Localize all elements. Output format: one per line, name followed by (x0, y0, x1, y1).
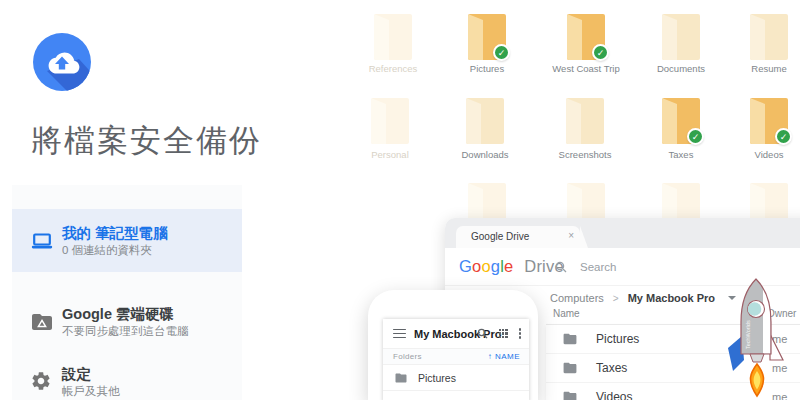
sidebar-item-my-laptop[interactable]: 我的 筆記型電腦 0 個連結的資料夾 (12, 209, 242, 272)
phone-app-bar: My Macbook Pro (383, 319, 529, 348)
search-icon (477, 328, 488, 339)
column-header-name: Name (553, 308, 580, 319)
folder-label: Personal (335, 149, 445, 160)
page-title: 將檔案安全備份 (31, 120, 262, 162)
file-name: Videos (596, 390, 632, 400)
file-name: Pictures (418, 372, 456, 384)
folder-icon (563, 333, 577, 345)
folder-resume (750, 14, 788, 60)
folder-personal (371, 98, 409, 144)
folder-label: Downloads (430, 149, 540, 160)
phone-file-row-pictures: Pictures (383, 365, 529, 391)
search-placeholder: Search (580, 261, 616, 273)
check-icon: ✓ (775, 128, 792, 145)
browser-tab-bar: Google Drive × (445, 218, 800, 248)
breadcrumb-current: My Macbook Pro (628, 292, 715, 304)
logo-letter: g (491, 257, 500, 275)
phone-mockup: My Macbook Pro Folders ↑ NAME Pictures (368, 290, 538, 400)
folder-screenshots (566, 98, 604, 144)
breadcrumb: Computers > My Macbook Pro (550, 286, 736, 310)
sidebar-item-subtitle: 帳戶及其他 (62, 384, 120, 399)
sidebar-item-title: 我的 筆記型電腦 (62, 224, 168, 243)
rocket-illustration: TechWorlds (726, 276, 788, 400)
folder-west-coast-trip: ✓ (567, 14, 605, 60)
folder-references (374, 14, 412, 60)
sidebar-item-title: Google 雲端硬碟 (62, 305, 189, 324)
folder-label: Pictures (432, 63, 542, 74)
sidebar-item-title: 設定 (62, 365, 120, 384)
google-drive-logo: Google Drive (459, 257, 564, 276)
gear-icon (30, 370, 54, 394)
check-icon: ✓ (687, 128, 704, 145)
laptop-icon (30, 229, 54, 253)
check-icon: ✓ (592, 44, 609, 61)
section-label: Folders (393, 352, 422, 361)
folder-videos: ✓ (750, 98, 788, 144)
tab-title: Google Drive (471, 231, 529, 242)
rocket-watermark: TechWorlds (745, 320, 751, 349)
folder-icon (563, 362, 577, 374)
sort-arrow-icon: ↑ (488, 352, 493, 361)
sidebar: 我的 筆記型電腦 0 個連結的資料夾 Google 雲端硬碟 不要同步處理到這台… (12, 185, 242, 400)
sort-label: NAME (495, 352, 520, 361)
check-icon: ✓ (493, 44, 510, 61)
close-icon: × (568, 230, 574, 241)
folder-downloads (466, 98, 504, 144)
drive-search-bar: Search (555, 256, 616, 278)
grid-view-icon (499, 329, 508, 338)
drive-folder-icon (30, 310, 54, 334)
logo-letter: o (481, 257, 490, 275)
overflow-menu-icon (519, 327, 521, 341)
breadcrumb-separator: > (613, 293, 619, 304)
folder-taxes: ✓ (662, 98, 700, 144)
folder-icon (395, 373, 407, 383)
folder-documents (662, 14, 700, 60)
sidebar-item-settings[interactable]: 設定 帳戶及其他 (12, 350, 242, 400)
backup-and-sync-window: 將檔案安全備份 我的 筆記型電腦 0 個連結的資料夾 (0, 0, 800, 400)
logo-letter: G (459, 257, 472, 275)
folder-pictures: ✓ (468, 14, 506, 60)
folder-icon (563, 391, 577, 400)
phone-list-subheader: Folders ↑ NAME (383, 348, 529, 365)
sidebar-item-google-drive[interactable]: Google 雲端硬碟 不要同步處理到這台電腦 (12, 290, 242, 353)
folder-label: West Coast Trip (531, 63, 641, 74)
search-icon (555, 261, 567, 273)
sidebar-item-subtitle: 不要同步處理到這台電腦 (62, 324, 189, 339)
sort-by-name: ↑ NAME (488, 352, 520, 361)
browser-tab-google-drive: Google Drive × (456, 226, 580, 248)
file-name: Taxes (596, 361, 627, 375)
sidebar-item-subtitle: 0 個連結的資料夾 (62, 243, 168, 258)
file-name: Pictures (596, 332, 639, 346)
logo-letter: e (504, 257, 513, 275)
menu-icon (393, 326, 406, 340)
folder-label: Resume (714, 63, 800, 74)
folder-label: Videos (714, 149, 800, 160)
folder-label: Screenshots (530, 149, 640, 160)
backup-sync-logo-icon (33, 33, 91, 91)
phone-screen: My Macbook Pro Folders ↑ NAME Pictures (383, 319, 529, 400)
breadcrumb-root: Computers (550, 292, 604, 304)
